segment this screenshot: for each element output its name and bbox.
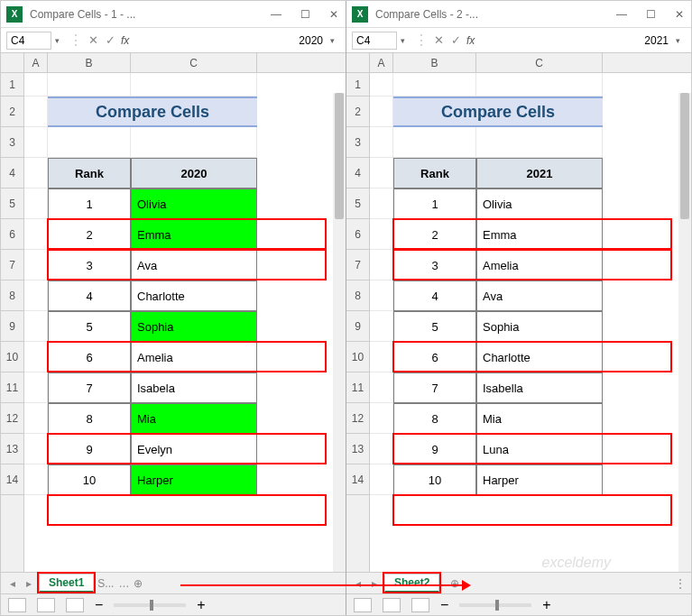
table-cell-rank[interactable]: 4 [48, 280, 131, 311]
column-header-a[interactable]: A [24, 53, 48, 72]
table-cell-name[interactable]: Emma [131, 219, 257, 250]
row-header[interactable]: 7 [346, 250, 369, 280]
view-normal-icon[interactable] [8, 598, 26, 612]
table-cell-name[interactable]: Luna [476, 434, 603, 464]
table-cell-name[interactable]: Ava [476, 280, 603, 311]
row-header[interactable]: 3 [1, 127, 23, 158]
select-all-corner[interactable] [1, 53, 24, 72]
table-cell-rank[interactable]: 1 [393, 188, 476, 219]
formula-dropdown-icon[interactable]: ▾ [676, 36, 680, 45]
view-break-icon[interactable] [411, 598, 429, 612]
column-header-b[interactable]: B [48, 53, 131, 72]
name-box-dropdown-icon[interactable]: ▾ [55, 36, 60, 45]
table-cell-name[interactable]: Isabela [131, 372, 257, 403]
table-cell-name[interactable]: Isabella [476, 372, 603, 403]
sheet-tab-extra[interactable]: S... [97, 577, 114, 590]
table-header-year[interactable]: 2020 [131, 158, 257, 188]
table-cell-name[interactable]: Olivia [131, 188, 257, 219]
row-header[interactable]: 10 [1, 342, 23, 372]
close-button[interactable]: ✕ [328, 8, 340, 21]
table-cell-name[interactable]: Amelia [131, 342, 257, 372]
table-header-rank[interactable]: Rank [48, 158, 131, 188]
vertical-scrollbar[interactable] [333, 93, 346, 572]
tab-nav-next-icon[interactable]: ▸ [23, 577, 35, 590]
select-all-corner[interactable] [346, 53, 370, 72]
table-cell-rank[interactable]: 8 [393, 403, 476, 434]
column-header-a[interactable]: A [370, 53, 393, 72]
row-header[interactable]: 6 [346, 219, 369, 250]
column-header-b[interactable]: B [393, 53, 476, 72]
row-header[interactable]: 14 [346, 464, 369, 495]
row-header[interactable]: 1 [1, 73, 23, 97]
row-header[interactable]: 13 [346, 434, 369, 464]
view-normal-icon[interactable] [354, 598, 372, 612]
cancel-icon[interactable]: ✕ [87, 33, 100, 47]
table-cell-rank[interactable]: 5 [393, 311, 476, 342]
table-cell-name[interactable]: Harper [131, 464, 257, 495]
row-header[interactable]: 8 [1, 280, 23, 311]
table-cell-rank[interactable]: 3 [393, 250, 476, 280]
maximize-button[interactable]: ☐ [299, 8, 311, 21]
table-cell-name[interactable]: Harper [476, 464, 603, 495]
view-break-icon[interactable] [66, 598, 84, 612]
tab-nav-prev-icon[interactable]: ◂ [6, 577, 19, 590]
row-header[interactable]: 6 [1, 219, 23, 250]
table-cell-name[interactable]: Charlotte [476, 342, 603, 372]
row-header[interactable]: 13 [1, 434, 23, 464]
name-box-dropdown-icon[interactable]: ▾ [401, 36, 405, 45]
enter-icon[interactable]: ✓ [449, 33, 463, 47]
row-header[interactable]: 4 [346, 158, 369, 188]
name-box-left[interactable]: C4 [6, 32, 51, 50]
formula-value-left[interactable]: 2020 [133, 34, 327, 47]
table-cell-name[interactable]: Mia [476, 403, 603, 434]
row-header[interactable]: 3 [346, 127, 369, 158]
tab-more-icon[interactable]: … [117, 577, 130, 590]
tab-nav-next-icon[interactable]: ▸ [368, 577, 381, 590]
minimize-button[interactable]: — [270, 8, 282, 21]
table-cell-name[interactable]: Sophia [476, 311, 603, 342]
fx-icon[interactable]: fx [121, 34, 129, 47]
row-header[interactable]: 12 [346, 403, 369, 434]
zoom-slider[interactable] [459, 603, 531, 607]
table-cell-rank[interactable]: 8 [48, 403, 131, 434]
name-box-right[interactable]: C4 [352, 32, 397, 50]
tab-nav-prev-icon[interactable]: ◂ [352, 577, 364, 590]
cancel-icon[interactable]: ✕ [432, 33, 446, 47]
fx-icon[interactable]: fx [466, 34, 475, 47]
table-cell-rank[interactable]: 6 [393, 342, 476, 372]
table-cell-rank[interactable]: 2 [48, 219, 131, 250]
row-header[interactable]: 7 [1, 250, 23, 280]
table-cell-rank[interactable]: 9 [48, 434, 131, 464]
view-page-icon[interactable] [383, 598, 401, 612]
row-header[interactable]: 4 [1, 158, 23, 188]
row-header[interactable]: 11 [1, 372, 23, 403]
zoom-slider[interactable] [114, 603, 186, 607]
column-header-c[interactable]: C [476, 53, 603, 72]
new-sheet-icon[interactable]: ⊕ [134, 577, 143, 590]
row-header[interactable]: 9 [1, 311, 23, 342]
formula-dropdown-icon[interactable]: ▾ [330, 36, 335, 45]
zoom-out-icon[interactable]: − [95, 597, 103, 613]
table-cell-rank[interactable]: 9 [393, 434, 476, 464]
vertical-scrollbar[interactable] [678, 93, 691, 572]
row-header[interactable]: 8 [346, 280, 369, 311]
table-header-rank[interactable]: Rank [393, 158, 476, 188]
table-cell-rank[interactable]: 3 [48, 250, 131, 280]
row-header[interactable]: 2 [346, 97, 369, 127]
row-header[interactable]: 2 [1, 97, 23, 127]
row-header[interactable]: 5 [346, 188, 369, 219]
table-cell-rank[interactable]: 4 [393, 280, 476, 311]
table-cell-name[interactable]: Olivia [476, 188, 603, 219]
new-sheet-icon[interactable]: ⊕ [450, 577, 459, 590]
row-header[interactable]: 11 [346, 372, 369, 403]
table-header-year[interactable]: 2021 [476, 158, 603, 188]
table-cell-rank[interactable]: 6 [48, 342, 131, 372]
table-cell-rank[interactable]: 10 [393, 464, 476, 495]
row-header[interactable]: 14 [1, 464, 23, 495]
table-cell-name[interactable]: Amelia [476, 250, 603, 280]
table-cell-rank[interactable]: 1 [48, 188, 131, 219]
view-page-icon[interactable] [37, 598, 55, 612]
table-cell-name[interactable]: Mia [131, 403, 257, 434]
table-cell-name[interactable]: Charlotte [131, 280, 257, 311]
minimize-button[interactable]: — [615, 8, 628, 21]
